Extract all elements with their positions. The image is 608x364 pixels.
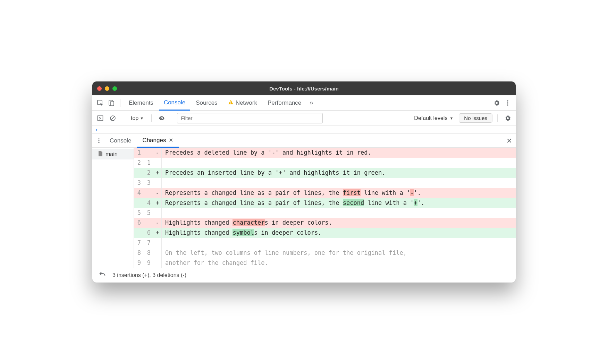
code-content: Highlights changed characters in deeper …	[162, 218, 516, 228]
close-window-button[interactable]	[97, 86, 102, 91]
diff-marker: -	[153, 218, 162, 228]
new-line-number: 5	[144, 208, 153, 218]
drawer-menu-icon[interactable]	[94, 136, 104, 146]
diff-marker: -	[153, 188, 162, 198]
tab-label: Changes	[142, 137, 166, 144]
chevron-down-icon: ▼	[140, 116, 144, 120]
inspect-icon[interactable]	[95, 98, 105, 108]
diff-marker	[153, 158, 162, 168]
drawer-tab-changes[interactable]: Changes ✕	[137, 134, 179, 148]
diff-summary: 3 insertions (+), 3 deletions (-)	[112, 272, 186, 278]
new-line-number: 6	[144, 228, 153, 238]
new-line-number: 9	[144, 258, 153, 268]
close-drawer-icon[interactable]: ✕	[504, 136, 514, 146]
diff-row: 4+Represents a changed line as a pair of…	[134, 198, 516, 208]
levels-label: Default levels	[414, 115, 447, 121]
file-item[interactable]: main	[92, 149, 134, 159]
window-title: DevTools - file:///Users/main	[92, 86, 516, 92]
new-line-number: 4	[144, 198, 153, 208]
svg-rect-2	[111, 101, 114, 106]
diff-row: 6+Highlights changed symbols in deeper c…	[134, 228, 516, 238]
diff-row: 1-Precedes a deleted line by a '-' and h…	[134, 148, 516, 158]
svg-point-14	[98, 142, 99, 143]
old-line-number: 1	[134, 148, 144, 158]
prompt-chevron-icon: ›	[95, 127, 98, 132]
drawer-tab-console[interactable]: Console	[104, 134, 137, 148]
diff-marker: +	[153, 168, 162, 178]
console-settings-icon[interactable]	[503, 113, 513, 123]
tab-network[interactable]: Network	[223, 95, 262, 111]
code-content: Represents a changed line as a pair of l…	[162, 188, 516, 198]
minimize-window-button[interactable]	[105, 86, 109, 91]
console-toolbar: top ▼ Default levels ▼ No Issues	[92, 111, 516, 126]
code-content: Represents a changed line as a pair of l…	[162, 198, 516, 208]
titlebar: DevTools - file:///Users/main	[92, 81, 516, 95]
log-levels-selector[interactable]: Default levels ▼	[411, 115, 457, 121]
settings-icon[interactable]	[491, 98, 502, 108]
svg-line-10	[111, 116, 115, 120]
close-icon[interactable]: ✕	[169, 137, 173, 144]
diff-marker: +	[153, 228, 162, 238]
context-selector[interactable]: top ▼	[128, 115, 146, 121]
file-tree: main	[92, 148, 134, 268]
filter-input[interactable]	[177, 113, 323, 123]
clear-console-icon[interactable]	[108, 113, 118, 123]
old-line-number: 6	[134, 218, 144, 228]
old-line-number	[134, 228, 144, 238]
revert-icon[interactable]	[96, 271, 108, 280]
diff-row: 2+Precedes an inserted line by a '+' and…	[134, 168, 516, 178]
svg-rect-4	[230, 103, 231, 104]
kebab-menu-icon[interactable]	[503, 98, 513, 108]
show-console-sidebar-icon[interactable]	[95, 113, 105, 123]
tab-label: Sources	[196, 99, 217, 106]
console-input-area[interactable]: ›	[92, 126, 516, 134]
old-line-number	[134, 198, 144, 208]
tab-elements[interactable]: Elements	[124, 95, 158, 111]
new-line-number: 2	[144, 168, 153, 178]
live-expression-icon[interactable]	[157, 113, 167, 123]
code-content: Highlights changed symbols in deeper col…	[162, 228, 516, 238]
diff-marker	[153, 258, 162, 268]
diff-row: 77	[134, 238, 516, 248]
new-line-number: 7	[144, 238, 153, 248]
file-name: main	[105, 151, 118, 157]
separator	[151, 114, 152, 122]
drawer-tab-bar: Console Changes ✕ ✕	[92, 134, 516, 148]
diff-row: 21	[134, 158, 516, 168]
tab-performance[interactable]: Performance	[263, 95, 306, 111]
issues-button[interactable]: No Issues	[459, 113, 492, 123]
maximize-window-button[interactable]	[112, 86, 117, 91]
diff-row: 4-Represents a changed line as a pair of…	[134, 188, 516, 198]
svg-point-5	[507, 100, 508, 102]
separator	[172, 114, 172, 122]
tab-console[interactable]: Console	[159, 95, 190, 111]
new-line-number	[144, 218, 153, 228]
separator	[497, 114, 498, 122]
old-line-number: 4	[134, 188, 144, 198]
separator	[120, 99, 120, 107]
diff-marker: -	[153, 148, 162, 158]
changes-panel: main 1-Precedes a deleted line by a '-' …	[92, 148, 516, 268]
warning-icon	[228, 99, 234, 106]
tab-sources[interactable]: Sources	[191, 95, 222, 111]
diff-marker	[153, 208, 162, 218]
diff-pane: 1-Precedes a deleted line by a '-' and h…	[134, 148, 516, 268]
svg-point-6	[507, 102, 508, 104]
tab-label: Performance	[268, 99, 301, 106]
main-tab-bar: Elements Console Sources Network Perform…	[92, 95, 516, 111]
old-line-number: 2	[134, 158, 144, 168]
code-content	[162, 208, 516, 218]
tab-label: Elements	[129, 99, 153, 106]
diff-marker	[153, 248, 162, 258]
diff-marker	[153, 178, 162, 188]
separator	[123, 114, 123, 122]
svg-point-12	[98, 138, 99, 139]
code-content: another for the changed file.	[162, 258, 516, 268]
svg-point-7	[507, 104, 508, 106]
old-line-number: 9	[134, 258, 144, 268]
more-tabs-button[interactable]: »	[307, 99, 316, 106]
code-content: Precedes a deleted line by a '-' and hig…	[162, 148, 516, 158]
new-line-number: 1	[144, 158, 153, 168]
device-toggle-icon[interactable]	[106, 98, 117, 108]
new-line-number: 3	[144, 178, 153, 188]
